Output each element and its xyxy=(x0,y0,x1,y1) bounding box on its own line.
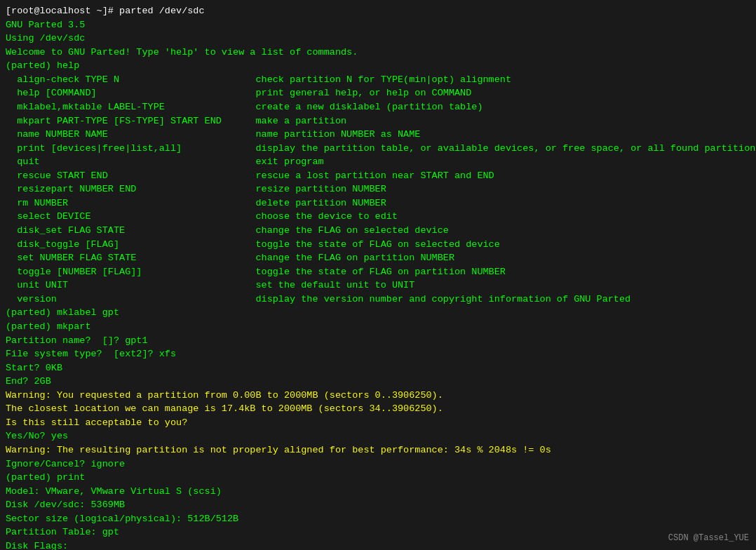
terminal-line: toggle [NUMBER [FLAG]] toggle the state … xyxy=(6,265,750,279)
terminal-line: (parted) print xyxy=(6,471,750,485)
terminal-line: Is this still acceptable to you? xyxy=(6,416,750,430)
terminal-line: print [devices|free|list,all] display th… xyxy=(6,142,750,156)
terminal-line: help [COMMAND] print general help, or he… xyxy=(6,86,750,100)
terminal-line: Sector size (logical/physical): 512B/512… xyxy=(6,512,750,526)
terminal-line: (parted) mkpart xyxy=(6,320,750,334)
terminal-line: GNU Parted 3.5 xyxy=(6,18,750,32)
terminal-content: [root@localhost ~]# parted /dev/sdcGNU P… xyxy=(6,4,750,550)
terminal-line: unit UNIT set the default unit to UNIT xyxy=(6,279,750,293)
terminal-line: align-check TYPE N check partition N for… xyxy=(6,73,750,87)
terminal-line: Yes/No? yes xyxy=(6,429,750,443)
terminal-line: Disk Flags: xyxy=(6,539,750,550)
terminal-line: Welcome to GNU Parted! Type 'help' to vi… xyxy=(6,46,750,60)
terminal-line: [root@localhost ~]# parted /dev/sdc xyxy=(6,4,750,18)
terminal-line: resizepart NUMBER END resize partition N… xyxy=(6,182,750,196)
terminal-line: quit exit program xyxy=(6,155,750,169)
watermark: CSDN @Tassel_YUE xyxy=(668,532,749,544)
terminal-line: disk_set FLAG STATE change the FLAG on s… xyxy=(6,224,750,238)
terminal-line: version display the version number and c… xyxy=(6,293,750,307)
terminal-line: rescue START END rescue a lost partition… xyxy=(6,169,750,183)
terminal-line: set NUMBER FLAG STATE change the FLAG on… xyxy=(6,251,750,265)
terminal-line: Warning: You requested a partition from … xyxy=(6,389,750,403)
terminal-line: End? 2GB xyxy=(6,375,750,389)
terminal-line: The closest location we can manage is 17… xyxy=(6,402,750,416)
terminal-line: name NUMBER NAME name partition NUMBER a… xyxy=(6,128,750,142)
terminal-line: Partition Table: gpt xyxy=(6,525,750,539)
terminal-line: mklabel,mktable LABEL-TYPE create a new … xyxy=(6,100,750,114)
terminal-line: Using /dev/sdc xyxy=(6,32,750,46)
terminal-line: select DEVICE choose the device to edit xyxy=(6,210,750,224)
terminal-line: Start? 0KB xyxy=(6,361,750,375)
terminal-line: Ignore/Cancel? ignore xyxy=(6,457,750,471)
terminal-line: disk_toggle [FLAG] toggle the state of F… xyxy=(6,238,750,252)
terminal-line: rm NUMBER delete partition NUMBER xyxy=(6,196,750,210)
terminal-line: (parted) help xyxy=(6,59,750,73)
terminal-line: (parted) mklabel gpt xyxy=(6,306,750,320)
terminal-window: [root@localhost ~]# parted /dev/sdcGNU P… xyxy=(0,0,756,550)
terminal-line: Warning: The resulting partition is not … xyxy=(6,443,750,457)
terminal-line: Disk /dev/sdc: 5369MB xyxy=(6,498,750,512)
terminal-line: mkpart PART-TYPE [FS-TYPE] START END mak… xyxy=(6,114,750,128)
terminal-line: File system type? [ext2]? xfs xyxy=(6,347,750,361)
terminal-line: Partition name? []? gpt1 xyxy=(6,334,750,348)
terminal-line: Model: VMware, VMware Virtual S (scsi) xyxy=(6,485,750,499)
